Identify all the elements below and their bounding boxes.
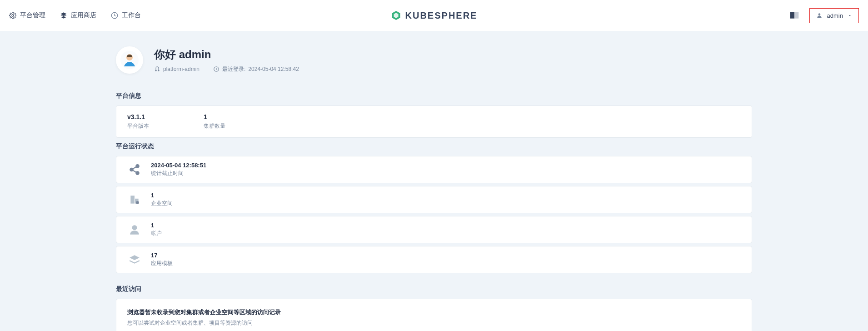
status-workspace-text: 1 企业空间 bbox=[151, 192, 173, 207]
template-icon bbox=[127, 252, 142, 267]
avatar bbox=[116, 46, 143, 74]
section-platform-status-title: 平台运行状态 bbox=[116, 142, 752, 150]
share-icon bbox=[127, 162, 142, 177]
platform-version: v3.1.1 平台版本 bbox=[127, 113, 149, 130]
version-label: 平台版本 bbox=[127, 122, 149, 130]
recent-empty-sub: 您可以尝试对企业空间或者集群、项目等资源的访问 bbox=[127, 319, 741, 327]
role-icon bbox=[154, 66, 160, 72]
main-container: 你好 admin platform-admin 最近登录: 2024-05-04… bbox=[116, 31, 752, 331]
status-template-text: 17 应用模板 bbox=[151, 252, 173, 267]
cluster-label: 集群数量 bbox=[204, 122, 225, 130]
hero-text: 你好 admin platform-admin 最近登录: 2024-05-04… bbox=[154, 47, 299, 73]
status-row-time[interactable]: 2024-05-04 12:58:51 统计截止时间 bbox=[116, 156, 752, 183]
theme-toggle[interactable] bbox=[790, 12, 800, 19]
nav-app-store[interactable]: 应用商店 bbox=[60, 11, 96, 20]
svg-point-0 bbox=[12, 15, 14, 16]
nav-platform-management[interactable]: 平台管理 bbox=[9, 11, 45, 20]
status-row-account[interactable]: 1 帐户 bbox=[116, 216, 752, 243]
svg-point-4 bbox=[818, 13, 820, 15]
nav-appstore-label: 应用商店 bbox=[71, 11, 96, 20]
gear-icon bbox=[9, 12, 16, 19]
greeting: 你好 admin bbox=[154, 47, 299, 62]
user-icon bbox=[816, 12, 823, 19]
dashboard-icon bbox=[111, 12, 118, 19]
topbar: 平台管理 应用商店 工作台 KUBESPHERE admin bbox=[0, 0, 868, 31]
brand[interactable]: KUBESPHERE bbox=[391, 10, 478, 21]
account-value: 1 bbox=[151, 222, 162, 229]
status-row-app-template[interactable]: 17 应用模板 bbox=[116, 246, 752, 273]
avatar-icon bbox=[120, 51, 139, 69]
cluster-count: 1 集群数量 bbox=[204, 113, 225, 130]
svg-rect-15 bbox=[130, 196, 135, 203]
chevron-down-icon bbox=[848, 13, 852, 18]
svg-rect-2 bbox=[790, 12, 794, 19]
svg-rect-3 bbox=[794, 12, 798, 19]
svg-point-8 bbox=[158, 70, 160, 71]
platform-info-card: v3.1.1 平台版本 1 集群数量 bbox=[116, 105, 752, 138]
nav-workbench-label: 工作台 bbox=[122, 11, 141, 20]
topbar-left: 平台管理 应用商店 工作台 bbox=[9, 11, 141, 20]
status-time-text: 2024-05-04 12:58:51 统计截止时间 bbox=[151, 162, 206, 177]
topbar-right: admin bbox=[790, 8, 859, 23]
person-icon bbox=[127, 222, 142, 237]
toggle-icon bbox=[790, 12, 800, 19]
user-dropdown[interactable]: admin bbox=[809, 8, 859, 23]
svg-line-13 bbox=[133, 167, 136, 169]
stats-time-label: 统计截止时间 bbox=[151, 170, 206, 177]
hero-meta: platform-admin 最近登录: 2024-05-04 12:58:42 bbox=[154, 65, 299, 73]
workspace-label: 企业空间 bbox=[151, 200, 173, 207]
recent-empty-title: 浏览器暂未收录到您对集群或者企业空间等区域的访问记录 bbox=[127, 308, 741, 316]
svg-line-14 bbox=[133, 171, 136, 172]
workspace-value: 1 bbox=[151, 192, 173, 199]
last-login: 最近登录: 2024-05-04 12:58:42 bbox=[213, 65, 299, 73]
section-recent-title: 最近访问 bbox=[116, 285, 752, 293]
stats-time-value: 2024-05-04 12:58:51 bbox=[151, 162, 206, 169]
version-value: v3.1.1 bbox=[127, 113, 149, 120]
svg-point-18 bbox=[132, 225, 137, 230]
svg-point-10 bbox=[136, 165, 139, 168]
account-label: 帐户 bbox=[151, 230, 162, 237]
user-role: platform-admin bbox=[154, 66, 200, 72]
clock-icon bbox=[213, 66, 219, 72]
template-label: 应用模板 bbox=[151, 260, 173, 267]
nav-workbench[interactable]: 工作台 bbox=[111, 11, 141, 20]
layers-icon bbox=[60, 12, 67, 19]
svg-point-7 bbox=[155, 70, 157, 71]
template-value: 17 bbox=[151, 252, 173, 259]
cluster-value: 1 bbox=[204, 113, 225, 120]
kubesphere-logo-icon bbox=[391, 10, 402, 21]
last-login-time: 2024-05-04 12:58:42 bbox=[248, 66, 299, 72]
recent-card: 浏览器暂未收录到您对集群或者企业空间等区域的访问记录 您可以尝试对企业空间或者集… bbox=[116, 299, 752, 331]
section-platform-info-title: 平台信息 bbox=[116, 92, 752, 100]
user-name: admin bbox=[827, 12, 843, 19]
role-text: platform-admin bbox=[163, 66, 200, 72]
svg-point-17 bbox=[136, 201, 139, 204]
svg-point-11 bbox=[130, 168, 133, 171]
svg-point-12 bbox=[136, 171, 139, 175]
brand-text: KUBESPHERE bbox=[405, 10, 478, 21]
status-account-text: 1 帐户 bbox=[151, 222, 162, 237]
status-row-workspace[interactable]: 1 企业空间 bbox=[116, 186, 752, 213]
building-icon bbox=[127, 192, 142, 207]
nav-platform-label: 平台管理 bbox=[20, 11, 45, 20]
hero: 你好 admin platform-admin 最近登录: 2024-05-04… bbox=[116, 42, 752, 87]
last-login-label: 最近登录: bbox=[222, 65, 245, 73]
